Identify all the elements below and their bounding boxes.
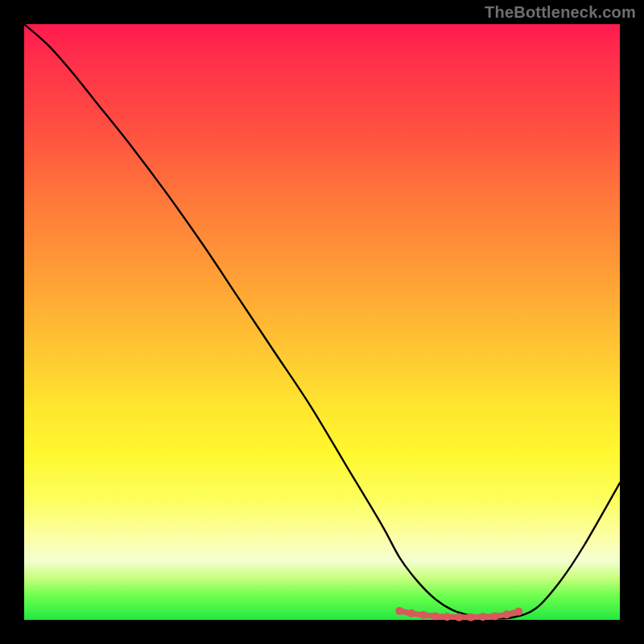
near-zero-marker (443, 613, 451, 621)
near-zero-marker (514, 608, 522, 616)
near-zero-marker (467, 613, 475, 621)
near-zero-marker (407, 609, 415, 617)
near-zero-marker (491, 613, 499, 621)
watermark-text: TheBottleneck.com (485, 3, 636, 22)
near-zero-marker (479, 613, 487, 621)
near-zero-marker (455, 613, 463, 621)
bottleneck-curve (24, 24, 620, 618)
near-zero-marker (419, 611, 427, 619)
plot-area (24, 24, 620, 620)
near-zero-marker (431, 613, 440, 621)
curve-layer (24, 24, 620, 620)
near-zero-marker (395, 607, 403, 615)
chart-stage: TheBottleneck.com (0, 0, 644, 644)
near-zero-marker (502, 610, 510, 618)
